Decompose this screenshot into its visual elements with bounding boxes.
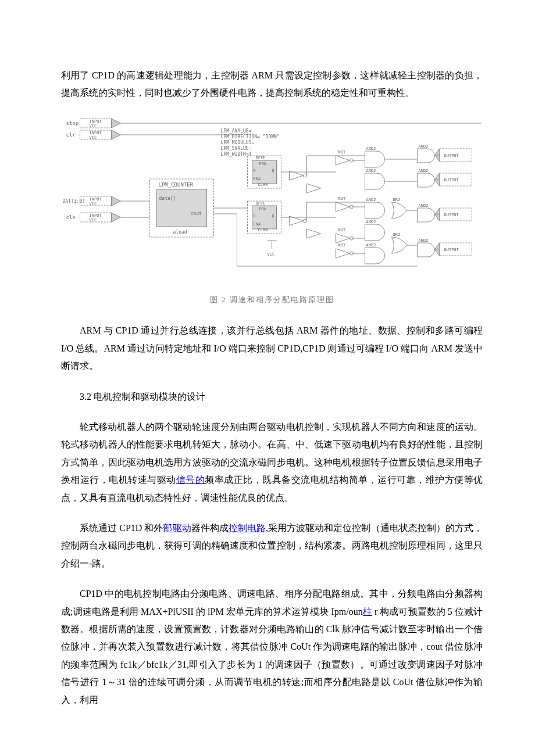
lbl-input-1: INPUT xyxy=(90,119,102,124)
lbl-vcc-1: VCC xyxy=(90,124,97,128)
lbl-aload: aload xyxy=(173,230,187,235)
figure-2-caption: 图 2 调速和相序分配电路原理图 xyxy=(61,293,483,307)
lbl-not-4: NOT xyxy=(338,243,346,248)
lbl-stop: stop xyxy=(66,120,79,126)
lbl-dffe-2: DFFE xyxy=(256,201,266,206)
lbl-and2-2: AND2 xyxy=(366,169,376,173)
p4-text-a: 系统通过 CP1D 和外 xyxy=(80,523,163,533)
lbl-data: DAT[3:0] xyxy=(63,199,85,204)
link-zhu[interactable]: 柱 xyxy=(363,607,372,617)
lbl-or2-1: OR2 xyxy=(393,198,401,202)
lbl-vcc-3: VCC xyxy=(90,202,97,206)
lbl-and2-o1: AND2 xyxy=(419,144,429,149)
lbl-clk: clk xyxy=(66,214,76,220)
lbl-not-3: NOT xyxy=(338,228,346,232)
lbl-lpm-width: LPM_WIDTH=4 xyxy=(221,152,252,157)
svg-marker-4 xyxy=(112,119,121,128)
lbl-d-2: D xyxy=(254,214,256,218)
svg-marker-7 xyxy=(112,213,121,222)
svg-marker-22 xyxy=(336,202,350,212)
paragraph-5: CP1D 中的电机控制电路由分频电路、调速电路、相序分配电路组成。其中，分频电路… xyxy=(61,585,483,709)
lbl-ena-2: ENA xyxy=(254,222,261,227)
lbl-clrn-1: CLRN xyxy=(258,182,268,187)
lbl-clrn-2: CLRN xyxy=(258,228,268,232)
lbl-vcc-4: VCC xyxy=(90,218,97,223)
lbl-lpm-avalue: LPM_AVALUE= xyxy=(221,128,252,134)
svg-marker-24 xyxy=(336,234,350,243)
lbl-prn-1: PRN xyxy=(259,162,267,166)
p5-text-b: r 构成可预置数的 5 位减计数器。根据所需的速度，设置预置数，计数器对分频电路… xyxy=(61,607,483,705)
figure-2-circuit-diagram: stop clr DAT[3:0] clk INPUT VCC INPUT VC… xyxy=(61,115,483,289)
lbl-and2-o2: AND2 xyxy=(419,169,429,173)
paragraph-3: 轮式移动机器人的两个驱动轮速度分别由两台驱动电机控制，实现机器人不同方向和速度的… xyxy=(61,418,483,507)
lbl-lpm-counter: LPM_COUNTER xyxy=(159,182,194,188)
svg-marker-19 xyxy=(307,229,321,238)
paragraph-2: ARM 与 CP1D 通过并行总线连接，该并行总线包括 ARM 器件的地址、数据… xyxy=(61,322,483,375)
lbl-and2-5: AND2 xyxy=(366,243,376,248)
lbl-output-3: OUTPUT xyxy=(444,213,459,217)
lbl-or2-2: OR2 xyxy=(393,232,401,237)
svg-marker-20 xyxy=(336,156,350,165)
section-3-2-title: 3.2 电机控制和驱动模块的设计 xyxy=(61,388,483,406)
lbl-lpm-direction: LPM_DIRECTION= "DOWN" xyxy=(221,134,280,139)
lbl-ena-1: ENA xyxy=(254,177,261,181)
lbl-and2-o4: AND2 xyxy=(419,238,429,243)
svg-marker-6 xyxy=(112,196,121,206)
lbl-lpm-modulus: LPM_MODULUS= xyxy=(221,140,255,145)
paragraph-1: 利用了 CP1D 的高速逻辑处理能力，主控制器 ARM 只需设定控制参数，这样就… xyxy=(61,67,483,102)
lbl-d-1: D xyxy=(254,169,256,173)
lbl-clr: clr xyxy=(66,132,76,138)
p4-text-b: 器件构成 xyxy=(191,523,229,533)
svg-marker-18 xyxy=(307,184,321,193)
svg-marker-26 xyxy=(336,249,350,258)
lbl-dataport: data[] xyxy=(159,196,176,201)
lbl-input-3: INPUT xyxy=(90,197,102,202)
lbl-q-1: Q xyxy=(272,169,274,173)
link-signal[interactable]: 信号的 xyxy=(176,475,205,485)
figure-2-wrap: stop clr DAT[3:0] clk INPUT VCC INPUT VC… xyxy=(61,115,483,307)
link-drive[interactable]: 部驱动 xyxy=(163,523,191,533)
lbl-dffe-1: DFFE xyxy=(256,156,266,160)
lbl-input-4: INPUT xyxy=(90,213,102,218)
lbl-cout: cout xyxy=(191,211,202,216)
link-control-circuit[interactable]: 控制电路 xyxy=(229,523,266,533)
lbl-not-1: NOT xyxy=(338,150,346,155)
lbl-and2-4: AND2 xyxy=(366,220,376,224)
lbl-output-4: OUTPUT xyxy=(444,248,459,252)
lbl-and2-3: AND2 xyxy=(366,198,376,202)
paragraph-4: 系统通过 CP1D 和外部驱动器件构成控制电路,采用方波驱动和定位控制（通电状态… xyxy=(61,519,483,572)
svg-rect-9 xyxy=(157,189,207,227)
lbl-output-1: OUTPUT xyxy=(444,153,459,158)
svg-marker-5 xyxy=(112,130,121,139)
lbl-and2-o3: AND2 xyxy=(419,203,429,208)
lbl-q-2: Q xyxy=(272,214,274,218)
document-page: 利用了 CP1D 的高速逻辑处理能力，主控制器 ARM 只需设定控制参数，这样就… xyxy=(0,0,535,756)
lbl-vcc-2: VCC xyxy=(90,135,97,140)
lbl-input-2: INPUT xyxy=(90,131,102,135)
lbl-prn-2: PRN xyxy=(259,207,267,212)
lbl-vcc-bottom: VCC xyxy=(268,252,275,257)
lbl-lpm-svalue: LPM_SVALUE= xyxy=(221,146,252,151)
lbl-output-2: OUTPUT xyxy=(444,178,459,182)
lbl-and2-1: AND2 xyxy=(366,146,376,151)
lbl-not-2: NOT xyxy=(338,196,346,201)
